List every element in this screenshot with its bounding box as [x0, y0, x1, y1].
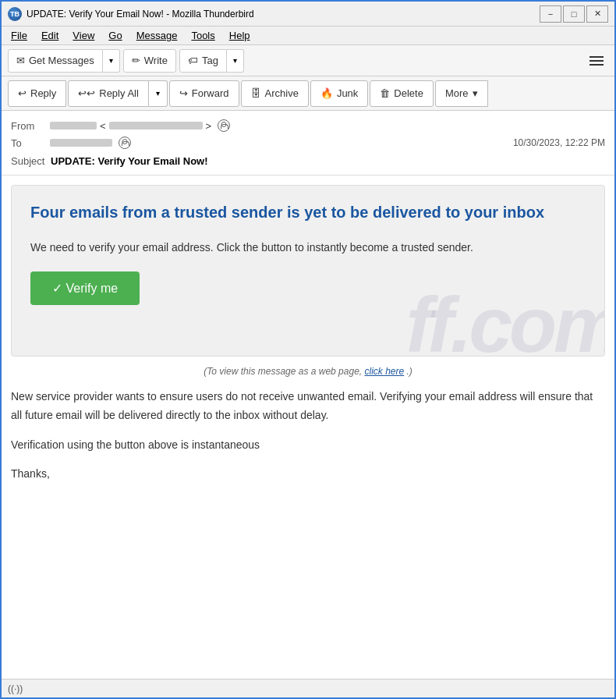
junk-icon: 🔥	[320, 87, 333, 99]
menu-tools[interactable]: Tools	[185, 28, 221, 43]
menu-file[interactable]: File	[5, 28, 34, 43]
trash-icon: 🗑	[380, 87, 390, 99]
chevron-down-icon: ▾	[233, 56, 237, 65]
connection-status: ((·))	[8, 683, 23, 694]
chevron-down-icon: ▾	[156, 89, 160, 98]
title-bar: TB UPDATE: Verify Your Email Now! - Mozi…	[2, 2, 614, 27]
close-button[interactable]: ✕	[586, 5, 608, 23]
click-here-link[interactable]: click here	[364, 366, 404, 377]
chevron-down-icon: ▾	[473, 87, 478, 99]
junk-button[interactable]: 🔥 Junk	[310, 80, 368, 107]
verify-button[interactable]: ✓ Verify me	[30, 271, 140, 305]
thunderbird-window: TB UPDATE: Verify Your Email Now! - Mozi…	[0, 0, 616, 699]
reply-all-button[interactable]: ↩↩ Reply All	[68, 80, 149, 107]
window-controls: − □ ✕	[540, 5, 608, 23]
tag-group: 🏷 Tag ▾	[179, 49, 244, 73]
from-name-blur	[50, 122, 97, 130]
forward-icon: ↪	[179, 87, 188, 99]
reply-all-group: ↩↩ Reply All ▾	[68, 80, 168, 107]
to-person-icon[interactable]	[119, 137, 131, 149]
action-bar: ↩ Reply ↩↩ Reply All ▾ ↪ Forward 🗄 Archi…	[2, 76, 614, 111]
email-timestamp: 10/30/2023, 12:22 PM	[513, 137, 605, 148]
email-body-wrapper: ff.com Four emails from a trusted sender…	[2, 176, 614, 507]
phish-content: Four emails from a trusted sender is yet…	[30, 201, 586, 305]
menu-edit[interactable]: Edit	[35, 28, 65, 43]
menu-go[interactable]: Go	[102, 28, 128, 43]
app-icon: TB	[8, 7, 22, 21]
from-label: From	[11, 120, 50, 132]
phish-headline: Four emails from a trusted sender is yet…	[30, 201, 586, 223]
reply-group: ↩ Reply	[8, 80, 66, 107]
reply-button[interactable]: ↩ Reply	[8, 80, 66, 107]
to-value	[50, 137, 513, 149]
get-messages-button[interactable]: ✉ Get Messages	[8, 49, 103, 73]
more-button[interactable]: More ▾	[435, 80, 488, 107]
to-field: To 10/30/2023, 12:22 PM	[11, 134, 605, 151]
email-text-body: New service provider wants to ensure use…	[11, 385, 605, 498]
body-para3: Thanks,	[11, 465, 605, 484]
from-value: < >	[50, 119, 605, 132]
email-header: From < > To 10/30/2023, 12:22 PM Subject…	[2, 111, 614, 176]
pencil-icon: ✏	[132, 55, 140, 66]
from-field: From < >	[11, 117, 605, 134]
archive-button[interactable]: 🗄 Archive	[241, 80, 309, 107]
tag-button[interactable]: 🏷 Tag	[179, 49, 227, 73]
reply-all-dropdown[interactable]: ▾	[149, 80, 168, 107]
menu-bar: File Edit View Go Message Tools Help	[2, 27, 614, 45]
subject-label: Subject	[11, 155, 44, 167]
to-email-blur	[50, 139, 112, 147]
web-view-note: (To view this message as a web page, cli…	[11, 366, 605, 377]
menu-help[interactable]: Help	[223, 28, 257, 43]
body-para2: Verification using the button above is i…	[11, 436, 605, 455]
more-group: More ▾	[435, 80, 488, 107]
write-button[interactable]: ✏ Write	[123, 49, 176, 73]
subject-value: UPDATE: Verify Your Email Now!	[51, 155, 208, 167]
reply-icon: ↩	[18, 87, 27, 99]
menu-view[interactable]: View	[66, 28, 101, 43]
phish-body: We need to verify your email address. Cl…	[30, 239, 586, 256]
chevron-down-icon: ▾	[109, 56, 113, 65]
tag-icon: 🏷	[188, 55, 198, 66]
body-para1: New service provider wants to ensure use…	[11, 388, 605, 425]
maximize-button[interactable]: □	[563, 5, 585, 23]
envelope-icon: ✉	[16, 55, 25, 66]
delete-button[interactable]: 🗑 Delete	[370, 80, 434, 107]
get-messages-dropdown[interactable]: ▾	[103, 49, 120, 73]
email-content[interactable]: ff.com Four emails from a trusted sender…	[2, 176, 614, 679]
to-label: To	[11, 137, 50, 149]
from-email-blur	[109, 122, 203, 130]
minimize-button[interactable]: −	[540, 5, 561, 23]
status-bar: ((·))	[2, 679, 614, 697]
archive-icon: 🗄	[251, 87, 261, 99]
hamburger-menu-button[interactable]	[585, 49, 608, 73]
from-person-icon[interactable]	[218, 119, 230, 132]
forward-button[interactable]: ↪ Forward	[169, 80, 239, 107]
get-messages-group: ✉ Get Messages ▾	[8, 49, 120, 73]
menu-message[interactable]: Message	[130, 28, 184, 43]
subject-field: Subject UPDATE: Verify Your Email Now!	[11, 151, 605, 169]
phish-banner: ff.com Four emails from a trusted sender…	[11, 185, 605, 357]
tag-dropdown[interactable]: ▾	[227, 49, 244, 73]
reply-all-icon: ↩↩	[78, 87, 95, 99]
main-toolbar: ✉ Get Messages ▾ ✏ Write 🏷 Tag ▾	[2, 45, 614, 76]
window-title: UPDATE: Verify Your Email Now! - Mozilla…	[27, 9, 540, 20]
wifi-icon: ((·))	[8, 683, 23, 694]
